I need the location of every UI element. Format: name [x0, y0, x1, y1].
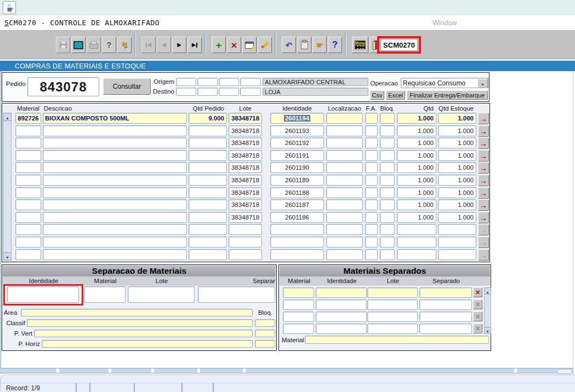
cell-bloq[interactable]	[380, 175, 395, 186]
cell-localizacao[interactable]	[326, 175, 363, 186]
cell-material[interactable]	[15, 175, 41, 186]
header-destino-field-2[interactable]	[197, 88, 218, 96]
cell-identidade[interactable]: 2601188	[270, 187, 324, 198]
cell-identidade[interactable]: 2601189	[270, 175, 324, 186]
transfer-row-button[interactable]: →	[478, 137, 489, 149]
cell-qtd_sugestao[interactable]: 1.000	[397, 137, 436, 148]
cell-qtd_estoque[interactable]	[438, 249, 476, 260]
separacao-lote-input[interactable]	[128, 286, 195, 303]
separados-material-field[interactable]	[305, 336, 489, 344]
cell-qtd_estoque[interactable]	[438, 237, 476, 247]
cancel-query-button[interactable]	[258, 37, 272, 53]
cell-descricao[interactable]	[43, 212, 187, 223]
cell-lote[interactable]	[229, 249, 262, 260]
separados-cell-separado[interactable]	[419, 299, 472, 310]
cell-bloq[interactable]	[380, 249, 395, 260]
insert-record-button[interactable]: +	[212, 37, 226, 53]
cell-fa[interactable]	[365, 162, 378, 173]
header-origem-field-4[interactable]	[240, 78, 261, 86]
cell-fa[interactable]	[365, 212, 378, 223]
bottom-grip-tab[interactable]	[557, 369, 572, 374]
last-record-button[interactable]: ▶	[187, 37, 202, 53]
grid-scrollbar[interactable]	[3, 113, 12, 261]
cell-qtd_sugestao[interactable]	[397, 249, 436, 260]
cell-bloq[interactable]	[380, 137, 395, 148]
transfer-row-button[interactable]: →	[478, 150, 489, 162]
cell-qtd_pedido[interactable]	[189, 125, 227, 136]
separados-cell-lote[interactable]	[367, 312, 418, 322]
query-help-button[interactable]: ?	[102, 37, 116, 53]
cell-identidade[interactable]	[270, 237, 324, 247]
cell-identidade[interactable]: 2601191	[270, 150, 324, 161]
cell-identidade[interactable]	[270, 249, 324, 260]
cell-identidade[interactable]: 2601186	[270, 212, 324, 223]
cell-identidade[interactable]: 2601194	[270, 113, 324, 124]
operacao-select[interactable]: Requisicao Consumo	[401, 78, 489, 88]
header-origem-field-3[interactable]	[219, 78, 239, 86]
cell-bloq[interactable]	[380, 212, 395, 223]
finalizar-entrega-button[interactable]: Finalizar Entrega/Embarque	[407, 90, 488, 100]
cell-fa[interactable]	[365, 187, 378, 198]
next-record-button[interactable]: ▶	[172, 37, 186, 53]
separados-cell-identidade[interactable]	[316, 287, 367, 298]
cell-lote[interactable]: 38348718	[229, 199, 262, 210]
cell-qtd_pedido[interactable]	[189, 150, 227, 161]
cell-fa[interactable]	[365, 137, 378, 148]
screen-mode-button[interactable]	[71, 37, 86, 53]
cell-identidade[interactable]: 2601190	[270, 162, 324, 173]
cell-material[interactable]	[15, 187, 41, 198]
cell-descricao[interactable]	[43, 249, 187, 260]
cell-qtd_sugestao[interactable]: 1.000	[397, 212, 436, 223]
cell-fa[interactable]	[365, 175, 378, 186]
cell-qtd_estoque[interactable]: 1.000	[438, 150, 476, 161]
cell-localizacao[interactable]	[326, 113, 363, 124]
operacao-dropdown-button[interactable]	[477, 79, 488, 88]
cell-localizacao[interactable]	[326, 187, 363, 198]
cell-lote[interactable]: 38348718	[229, 113, 262, 124]
transfer-row-button[interactable]: →	[478, 162, 489, 174]
lock-button[interactable]: ☛	[312, 37, 327, 53]
separados-delete-button[interactable]: ×	[473, 287, 482, 297]
cell-qtd_pedido[interactable]: 9.000	[189, 113, 227, 124]
header-destino-field-1[interactable]	[176, 88, 196, 96]
cell-localizacao[interactable]	[326, 237, 363, 247]
cell-descricao[interactable]	[43, 199, 187, 210]
cell-material[interactable]	[15, 137, 41, 148]
cell-material[interactable]	[15, 125, 41, 136]
cell-descricao[interactable]	[43, 125, 187, 136]
cell-qtd_pedido[interactable]	[189, 187, 227, 198]
cell-fa[interactable]	[365, 125, 378, 136]
grid-scroll-down-button[interactable]	[3, 252, 12, 261]
classif-bloq-field[interactable]	[255, 319, 275, 327]
cell-qtd_sugestao[interactable]: 1.000	[397, 113, 436, 124]
delete-record-button[interactable]: ×	[227, 37, 241, 53]
separados-cell-identidade[interactable]	[316, 324, 367, 334]
undo-button[interactable]: ↶	[282, 37, 296, 53]
transfer-row-button[interactable]: →	[478, 199, 489, 211]
cell-localizacao[interactable]	[326, 137, 363, 148]
cell-material[interactable]	[15, 150, 41, 161]
separados-cell-separado[interactable]	[419, 287, 472, 298]
java-applet-button[interactable]	[3, 1, 16, 14]
excel-button[interactable]: Excel	[386, 90, 405, 100]
cell-identidade[interactable]: 2601193	[270, 125, 324, 136]
cell-bloq[interactable]	[380, 162, 395, 173]
cell-localizacao[interactable]	[326, 162, 363, 173]
cell-lote[interactable]	[229, 237, 262, 247]
cell-qtd_sugestao[interactable]: 1.000	[397, 199, 436, 210]
cell-localizacao[interactable]	[326, 224, 363, 235]
cell-fa[interactable]	[365, 224, 378, 235]
cell-qtd_sugestao[interactable]: 1.000	[397, 162, 436, 173]
transfer-row-button[interactable]: →	[478, 212, 489, 223]
cell-bloq[interactable]	[380, 113, 395, 124]
cell-qtd_pedido[interactable]	[189, 162, 227, 173]
cell-lote[interactable]: 38348718	[229, 125, 262, 136]
cell-bloq[interactable]	[380, 125, 395, 136]
cell-qtd_sugestao[interactable]	[397, 224, 436, 235]
help-button[interactable]: ?	[328, 37, 342, 53]
area-field[interactable]	[21, 309, 253, 316]
separados-cell-lote[interactable]	[367, 324, 418, 334]
cell-qtd_pedido[interactable]	[189, 237, 227, 247]
cell-descricao[interactable]	[43, 137, 187, 148]
cell-descricao[interactable]	[43, 237, 187, 247]
